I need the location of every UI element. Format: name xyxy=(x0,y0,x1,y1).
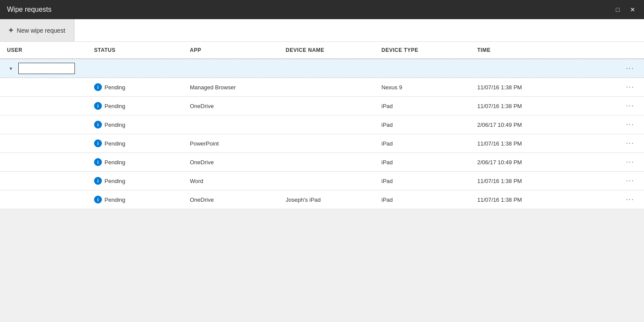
cell-device-type: iPad xyxy=(381,159,477,166)
cell-device-type: iPad xyxy=(381,178,477,184)
close-button[interactable]: ✕ xyxy=(628,4,637,15)
cell-time: 11/07/16 1:38 PM xyxy=(477,178,573,184)
cell-status: iPending xyxy=(94,83,190,91)
col-header-actions xyxy=(573,47,637,53)
selected-row[interactable]: ▼ ··· xyxy=(0,59,644,78)
table-row[interactable]: iPendingOneDriveJoseph's iPadiPad11/07/1… xyxy=(0,190,644,209)
row-more-button-2[interactable]: ··· xyxy=(624,120,637,129)
table-row[interactable]: iPendingPowerPointiPad11/07/16 1:38 PM··… xyxy=(0,134,644,153)
wipe-requests-table: USER STATUS APP DEVICE NAME DEVICE TYPE … xyxy=(0,42,644,209)
cell-device-type: iPad xyxy=(381,103,477,109)
cell-time: 11/07/16 1:38 PM xyxy=(477,197,573,203)
cell-time: 11/07/16 1:38 PM xyxy=(477,103,573,109)
info-icon: i xyxy=(94,158,102,166)
info-icon: i xyxy=(94,121,102,129)
table-row[interactable]: iPendingOneDriveiPad11/07/16 1:38 PM··· xyxy=(0,97,644,115)
cell-actions: ··· xyxy=(573,157,637,167)
new-wipe-request-button[interactable]: + New wipe request xyxy=(0,19,74,41)
info-icon: i xyxy=(94,83,102,91)
col-header-user: USER xyxy=(7,47,94,53)
cell-actions: ··· xyxy=(573,139,637,148)
cell-device-type: iPad xyxy=(381,122,477,128)
info-icon: i xyxy=(94,102,102,110)
cell-app: Managed Browser xyxy=(190,84,286,91)
cell-actions: ··· xyxy=(573,120,637,129)
table-rows: iPendingManaged BrowserNexus 911/07/16 1… xyxy=(0,78,644,209)
row-more-button-4[interactable]: ··· xyxy=(624,157,637,167)
window-title: Wipe requests xyxy=(7,6,51,14)
row-more-button-0[interactable]: ··· xyxy=(624,82,637,92)
info-icon: i xyxy=(94,196,102,203)
cell-status: iPending xyxy=(94,177,190,185)
cell-app: OneDrive xyxy=(190,159,286,166)
cell-time: 11/07/16 1:38 PM xyxy=(477,84,573,91)
cell-time: 11/07/16 1:38 PM xyxy=(477,140,573,147)
table-row[interactable]: iPendingOneDriveiPad2/06/17 10:49 PM··· xyxy=(0,153,644,172)
cell-actions: ··· xyxy=(573,101,637,111)
cell-time: 2/06/17 10:49 PM xyxy=(477,159,573,166)
cell-time: 2/06/17 10:49 PM xyxy=(477,122,573,128)
cell-app: Word xyxy=(190,178,286,184)
cell-status: iPending xyxy=(94,158,190,166)
table-row[interactable]: iPendingWordiPad11/07/16 1:38 PM··· xyxy=(0,172,644,190)
cell-device-type: iPad xyxy=(381,197,477,203)
col-header-time: TIME xyxy=(477,47,573,53)
row-more-button-1[interactable]: ··· xyxy=(624,101,637,111)
toolbar: + New wipe request xyxy=(0,19,644,42)
cell-status: iPending xyxy=(94,102,190,110)
cell-actions: ··· xyxy=(573,176,637,186)
window-controls: □ ✕ xyxy=(614,4,637,15)
col-header-status: STATUS xyxy=(94,47,190,53)
row-more-button-selected[interactable]: ··· xyxy=(624,64,637,73)
minimize-button[interactable]: □ xyxy=(614,4,621,15)
info-icon: i xyxy=(94,177,102,185)
cell-device-type: iPad xyxy=(381,140,477,147)
status-text: Pending xyxy=(105,122,125,128)
cell-app: OneDrive xyxy=(190,103,286,109)
info-icon: i xyxy=(94,139,102,147)
row-more-button-3[interactable]: ··· xyxy=(624,139,637,148)
col-header-device-type: DEVICE TYPE xyxy=(381,47,477,53)
cell-status: iPending xyxy=(94,139,190,147)
table-row[interactable]: iPendingiPad2/06/17 10:49 PM··· xyxy=(0,115,644,134)
status-text: Pending xyxy=(105,197,125,203)
user-input-box[interactable] xyxy=(18,63,75,74)
row-more-button-5[interactable]: ··· xyxy=(624,176,637,186)
col-header-app: APP xyxy=(190,47,286,53)
plus-icon: + xyxy=(9,26,13,35)
status-text: Pending xyxy=(105,178,125,184)
col-header-device-name: DEVICE NAME xyxy=(286,47,381,53)
cell-status: iPending xyxy=(94,196,190,203)
table-header: USER STATUS APP DEVICE NAME DEVICE TYPE … xyxy=(0,42,644,59)
status-text: Pending xyxy=(105,140,125,147)
expand-button[interactable]: ▼ xyxy=(7,65,15,72)
cell-app: PowerPoint xyxy=(190,140,286,147)
title-bar: Wipe requests □ ✕ xyxy=(0,0,644,19)
new-wipe-request-label: New wipe request xyxy=(17,27,65,34)
row-more-button-6[interactable]: ··· xyxy=(624,195,637,204)
cell-actions: ··· xyxy=(573,195,637,204)
cell-device-name: Joseph's iPad xyxy=(286,197,381,203)
cell-status: iPending xyxy=(94,121,190,129)
cell-device-type: Nexus 9 xyxy=(381,84,477,91)
status-text: Pending xyxy=(105,103,125,109)
status-text: Pending xyxy=(105,159,125,166)
cell-actions: ··· xyxy=(573,82,637,92)
cell-app: OneDrive xyxy=(190,197,286,203)
status-text: Pending xyxy=(105,84,125,91)
table-row[interactable]: iPendingManaged BrowserNexus 911/07/16 1… xyxy=(0,78,644,97)
